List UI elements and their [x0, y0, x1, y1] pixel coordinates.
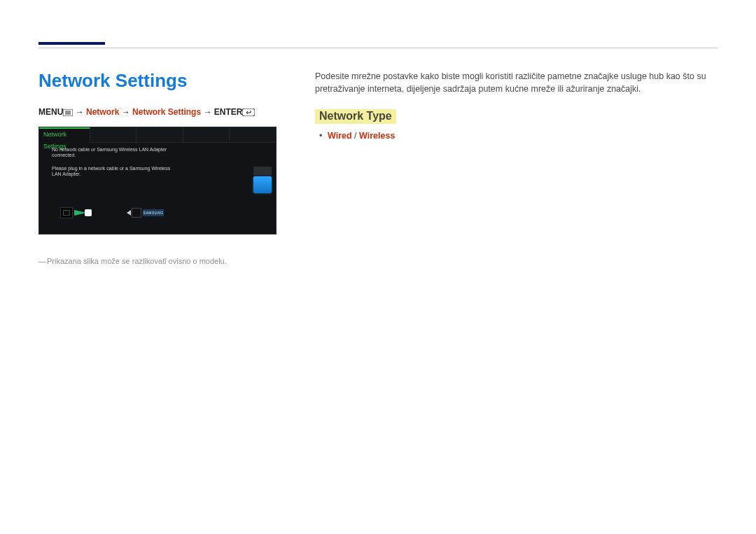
wireless-adapter-icon: SAMSUNG — [127, 208, 164, 218]
tv-tab-empty — [230, 127, 276, 143]
tv-tab-empty — [90, 127, 137, 143]
tv-connection-icons: SAMSUNG — [60, 207, 164, 218]
menu-label: MENU — [38, 107, 63, 117]
left-column: Network Settings MENU → Network → Networ… — [38, 70, 280, 265]
path-step-network-settings: Network Settings — [132, 107, 201, 117]
lan-cable-icon — [60, 207, 92, 218]
adapter-brand-label: SAMSUNG — [144, 211, 164, 215]
lan-plug-head-icon — [85, 209, 92, 216]
option-wired: Wired — [328, 131, 352, 141]
tv-tab-empty — [136, 127, 183, 143]
arrow-icon: → — [203, 107, 214, 117]
arrow-icon: → — [122, 107, 132, 117]
menu-button-icon — [63, 108, 73, 118]
enter-label: ENTER — [214, 107, 243, 117]
enter-button-icon — [242, 108, 255, 118]
header-divider — [38, 48, 718, 48]
tv-message-line2: Please plug in a network cable or a Sams… — [52, 166, 178, 178]
section-title: Network Settings — [38, 70, 280, 92]
adapter-pin-icon — [127, 210, 131, 216]
tv-tab-bar: Network Settings — [39, 127, 276, 143]
network-type-options: Wired / Wireless — [315, 131, 718, 141]
path-step-network: Network — [86, 107, 119, 117]
tv-screenshot: Network Settings No network cable or Sam… — [38, 127, 276, 234]
menu-path: MENU → Network → Network Settings → ENTE… — [38, 107, 280, 118]
lan-port-icon — [60, 207, 73, 218]
header-accent-bar — [38, 42, 105, 45]
adapter-body-icon — [132, 208, 141, 218]
option-separator: / — [352, 131, 359, 141]
tv-message-line1: No network cable or Samsung Wireless LAN… — [52, 147, 178, 159]
tv-side-highlight-button — [253, 176, 272, 193]
tv-tab-empty — [183, 127, 230, 143]
tv-side-disabled-button — [253, 167, 272, 175]
subheading-network-type: Network Type — [315, 109, 396, 124]
footnote: Prikazana slika može se razlikovati ovis… — [38, 257, 280, 265]
right-column: Podesite mrežne postavke kako biste mogl… — [315, 70, 718, 265]
description-paragraph: Podesite mrežne postavke kako biste mogl… — [315, 70, 718, 95]
adapter-brand-strip: SAMSUNG — [143, 209, 164, 216]
tv-body: No network cable or Samsung Wireless LAN… — [52, 147, 263, 227]
tv-tab-active: Network Settings — [39, 127, 90, 143]
option-wireless: Wireless — [359, 131, 395, 141]
page-layout: Network Settings MENU → Network → Networ… — [38, 70, 718, 265]
arrow-icon: → — [76, 107, 86, 117]
